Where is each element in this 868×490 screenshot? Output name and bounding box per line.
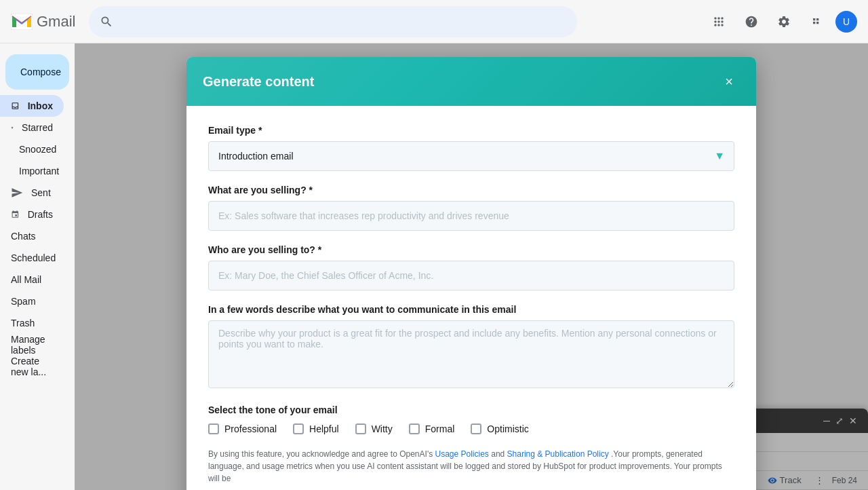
topbar-right-icons: U (705, 8, 857, 35)
optimistic-checkbox[interactable] (471, 423, 481, 434)
sidebar-item-sent[interactable]: Sent (0, 182, 64, 204)
gmail-logo: Gmail (11, 13, 75, 31)
email-type-select[interactable]: Introduction email Follow-up email Thank… (208, 141, 734, 171)
gmail-main: New Messa... ─ ⤢ ✕ Recipients Subject (75, 43, 868, 490)
tone-professional[interactable]: Professional (208, 423, 277, 434)
sidebar-item-scheduled[interactable]: Scheduled (0, 247, 64, 269)
all-mail-label: All Mail (11, 274, 41, 285)
modal-body: Email type * Introduction email Follow-u… (186, 106, 756, 490)
sent-label: Sent (31, 187, 51, 198)
tone-options: Professional Helpful Witty (208, 423, 734, 434)
topbar: Gmail U (0, 0, 868, 43)
email-type-group: Email type * Introduction email Follow-u… (208, 125, 734, 171)
starred-label: Starred (22, 122, 53, 133)
helpful-checkbox[interactable] (293, 423, 304, 434)
sidebar-item-important[interactable]: Important (0, 160, 64, 182)
modal-header: Generate content × (186, 57, 756, 106)
settings-icon[interactable] (770, 8, 797, 35)
email-type-label: Email type * (208, 125, 734, 136)
communicate-textarea[interactable] (208, 320, 734, 388)
search-icon (100, 15, 113, 29)
sidebar-item-create-label[interactable]: Create new la... (0, 356, 64, 377)
formal-label: Formal (425, 423, 455, 434)
formal-checkbox[interactable] (409, 423, 420, 434)
disclaimer-text: By using this feature, you acknowledge a… (208, 449, 435, 459)
chats-label: Chats (11, 231, 36, 242)
witty-checkbox[interactable] (355, 423, 366, 434)
sidebar-item-all-mail[interactable]: All Mail (0, 269, 64, 290)
optimistic-label: Optimistic (487, 423, 528, 434)
sidebar-item-starred[interactable]: Starred (0, 117, 64, 138)
and-text: and (491, 449, 507, 459)
create-label-label: Create new la... (11, 356, 53, 377)
sidebar-item-drafts[interactable]: Drafts (0, 204, 64, 225)
generate-content-modal: Generate content × Email type * Introduc… (186, 57, 756, 490)
apps-icon[interactable] (705, 8, 732, 35)
professional-label: Professional (224, 423, 277, 434)
important-label: Important (19, 166, 59, 176)
gmail-background: Gmail U Compose (0, 0, 868, 490)
tone-witty[interactable]: Witty (355, 423, 393, 434)
selling-to-group: Who are you selling to? * (208, 244, 734, 290)
gmail-body: Compose Inbox Starred Snoozed Important (0, 43, 868, 490)
sidebar-nav: Inbox Starred Snoozed Important Sent (0, 95, 75, 377)
drafts-label: Drafts (28, 209, 53, 220)
manage-labels-label: Manage labels (11, 334, 53, 356)
search-bar[interactable] (89, 6, 577, 37)
modal-title: Generate content (203, 74, 314, 90)
selling-label: What are you selling? * (208, 185, 734, 195)
sidebar-item-snoozed[interactable]: Snoozed (0, 138, 64, 160)
avatar[interactable]: U (835, 11, 857, 33)
usage-policies-link[interactable]: Usage Policies (435, 449, 489, 459)
modal-overlay: Generate content × Email type * Introduc… (75, 43, 868, 490)
inbox-label: Inbox (28, 100, 53, 111)
scheduled-label: Scheduled (11, 252, 56, 263)
gmail-icon (11, 14, 33, 30)
help-icon[interactable] (738, 8, 765, 35)
tone-section: Select the tone of your email Profession… (208, 404, 734, 434)
helpful-label: Helpful (309, 423, 339, 434)
selling-to-input[interactable] (208, 261, 734, 290)
tone-formal[interactable]: Formal (409, 423, 455, 434)
selling-group: What are you selling? * (208, 185, 734, 231)
snoozed-label: Snoozed (19, 144, 56, 155)
gmail-logo-text: Gmail (37, 13, 75, 31)
tone-optimistic[interactable]: Optimistic (471, 423, 528, 434)
tone-label: Select the tone of your email (208, 404, 734, 415)
sidebar-item-inbox[interactable]: Inbox (0, 95, 64, 117)
sidebar-item-trash[interactable]: Trash (0, 312, 64, 334)
grid-icon[interactable] (803, 8, 830, 35)
communicate-label: In a few words describe what you want to… (208, 304, 734, 315)
compose-label: Compose (20, 67, 61, 77)
sidebar-item-manage-labels[interactable]: Manage labels (0, 334, 64, 356)
sharing-link[interactable]: Sharing & Publication Policy (507, 449, 609, 459)
email-type-select-wrapper: Introduction email Follow-up email Thank… (208, 141, 734, 171)
communicate-group: In a few words describe what you want to… (208, 304, 734, 391)
disclaimer: By using this feature, you acknowledge a… (208, 448, 734, 485)
sidebar: Compose Inbox Starred Snoozed Important (0, 43, 75, 490)
professional-checkbox[interactable] (208, 423, 219, 434)
sidebar-item-chats[interactable]: Chats (0, 225, 64, 247)
sidebar-item-spam[interactable]: Spam (0, 290, 64, 312)
tone-helpful[interactable]: Helpful (293, 423, 339, 434)
spam-label: Spam (11, 296, 36, 307)
selling-to-label: Who are you selling to? * (208, 244, 734, 255)
compose-button[interactable]: Compose (5, 54, 69, 90)
selling-input[interactable] (208, 201, 734, 231)
trash-label: Trash (11, 318, 35, 328)
witty-label: Witty (372, 423, 393, 434)
modal-close-button[interactable]: × (718, 71, 740, 92)
